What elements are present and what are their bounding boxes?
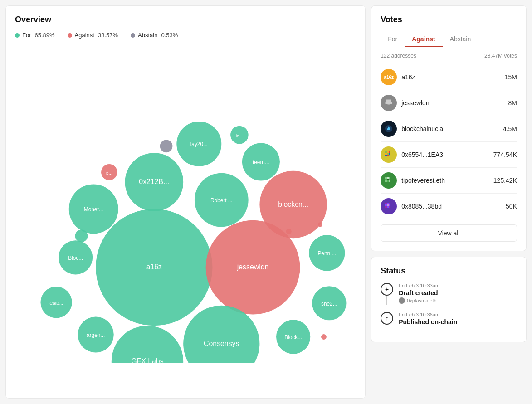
vote-name: tipofeverest.eth xyxy=(401,177,493,184)
svg-point-49 xyxy=(321,334,327,340)
svg-rect-79 xyxy=(387,204,389,206)
overview-panel: Overview For 65.89% Against 33.57% Absta… xyxy=(5,5,366,399)
svg-rect-83 xyxy=(389,206,390,208)
legend-dot xyxy=(15,33,20,38)
svg-rect-75 xyxy=(385,203,387,204)
svg-text:blockcn...: blockcn... xyxy=(278,200,308,208)
status-date: Fri Feb 3 10:33am xyxy=(399,283,517,288)
vote-name: 0x6554...1EA3 xyxy=(401,151,493,158)
votes-meta: 122 addresses 28.47M votes xyxy=(381,53,517,59)
svg-text:p...: p... xyxy=(106,170,112,175)
status-timeline: +Fri Feb 3 10:33amDraft created0xplasma.… xyxy=(381,283,517,333)
svg-rect-63 xyxy=(385,155,387,156)
svg-rect-74 xyxy=(389,180,390,182)
legend-dot xyxy=(131,33,135,38)
status-event: Draft created xyxy=(399,289,517,297)
status-sub-avatar xyxy=(399,297,405,304)
legend-label: For xyxy=(22,32,31,39)
votes-card: Votes For Against Abstain 122 addresses … xyxy=(371,5,527,251)
svg-text:argen...: argen... xyxy=(87,332,105,338)
legend-pct: 65.89% xyxy=(35,32,55,39)
status-icon: + xyxy=(381,283,393,296)
svg-point-43 xyxy=(75,229,88,242)
vote-amount: 15M xyxy=(505,73,517,81)
legend: For 65.89% Against 33.57% Abstain 0.53% xyxy=(15,32,356,39)
svg-text:lay20...: lay20... xyxy=(190,141,208,147)
status-item: +Fri Feb 3 10:33amDraft created0xplasma.… xyxy=(381,283,517,312)
vote-name: blockchainucla xyxy=(401,125,503,132)
svg-rect-59 xyxy=(389,151,390,153)
vote-avatar xyxy=(381,95,397,111)
legend-item: Abstain 0.53% xyxy=(131,32,178,39)
svg-point-38 xyxy=(160,140,173,152)
tab-abstain[interactable]: Abstain xyxy=(443,32,478,47)
svg-rect-60 xyxy=(385,153,387,155)
vote-row: jessewldn8M xyxy=(381,90,517,116)
svg-text:in...: in... xyxy=(236,133,243,138)
status-icon-col: + xyxy=(381,283,393,305)
vote-amount: 50K xyxy=(506,203,517,210)
view-all-button[interactable]: View all xyxy=(381,224,517,242)
svg-rect-77 xyxy=(389,203,390,204)
svg-text:Block...: Block... xyxy=(284,334,302,341)
svg-rect-57 xyxy=(385,151,387,153)
svg-rect-78 xyxy=(385,204,387,206)
svg-rect-54 xyxy=(388,104,390,106)
right-panel: Votes For Against Abstain 122 addresses … xyxy=(371,5,527,399)
vote-rows: a16za16z15Mjessewldn8Mblockchainucla4.5M… xyxy=(381,64,517,219)
vote-row: 0x6554...1EA3774.54K xyxy=(381,142,517,168)
vote-amount: 125.42K xyxy=(493,177,517,184)
votes-tabs: For Against Abstain xyxy=(381,32,517,47)
vote-row: 0x8085...38bd50K xyxy=(381,194,517,219)
votes-addresses: 122 addresses xyxy=(381,53,416,59)
svg-rect-73 xyxy=(387,180,389,182)
svg-rect-70 xyxy=(387,179,389,180)
svg-rect-61 xyxy=(387,153,389,155)
svg-text:CalB...: CalB... xyxy=(49,301,63,306)
svg-text:jessewldn: jessewldn xyxy=(237,263,269,271)
status-sub: 0xplasma.eth xyxy=(399,297,517,304)
legend-label: Against xyxy=(75,32,94,39)
legend-item: For 65.89% xyxy=(15,32,55,39)
svg-text:Bloc...: Bloc... xyxy=(68,255,83,261)
bubble-chart: a16zjessewldnConsensysGFX Labsblockcn...… xyxy=(15,46,356,363)
overview-title: Overview xyxy=(15,15,356,24)
vote-avatar xyxy=(381,146,397,163)
vote-name: jessewldn xyxy=(401,99,508,107)
vote-name: 0x8085...38bd xyxy=(401,203,506,210)
vote-name: a16z xyxy=(401,73,505,81)
legend-pct: 0.53% xyxy=(161,32,178,39)
svg-point-41 xyxy=(286,229,292,234)
svg-rect-81 xyxy=(385,206,387,208)
tab-against[interactable]: Against xyxy=(405,32,442,47)
svg-text:a16z: a16z xyxy=(146,263,162,271)
votes-count: 28.47M votes xyxy=(484,53,517,59)
svg-text:0x212B...: 0x212B... xyxy=(139,178,169,185)
status-item: ↑Fri Feb 3 10:36amPublished on-chain xyxy=(381,312,517,333)
status-content: Fri Feb 3 10:36amPublished on-chain xyxy=(399,312,517,326)
bubble-svg: a16zjessewldnConsensysGFX Labsblockcn...… xyxy=(15,46,356,363)
legend-pct: 33.57% xyxy=(98,32,118,39)
svg-rect-69 xyxy=(385,179,387,180)
vote-avatar: a16z xyxy=(381,69,397,85)
vote-row: tipofeverest.eth125.42K xyxy=(381,168,517,194)
svg-text:Robert ...: Robert ... xyxy=(210,197,233,204)
svg-text:teern...: teern... xyxy=(253,159,269,165)
status-content: Fri Feb 3 10:33amDraft created0xplasma.e… xyxy=(399,283,517,305)
svg-rect-66 xyxy=(385,177,387,179)
svg-rect-76 xyxy=(387,203,389,204)
svg-rect-52 xyxy=(386,102,387,104)
vote-row: blockchainucla4.5M xyxy=(381,116,517,142)
svg-rect-62 xyxy=(389,153,390,155)
legend-item: Against 33.57% xyxy=(68,32,118,39)
vote-row: a16za16z15M xyxy=(381,64,517,90)
svg-text:Monet...: Monet... xyxy=(84,206,103,213)
svg-rect-67 xyxy=(387,177,389,179)
votes-title: Votes xyxy=(381,15,517,24)
vote-amount: 4.5M xyxy=(503,125,517,132)
svg-point-42 xyxy=(318,223,322,227)
svg-rect-72 xyxy=(385,180,387,182)
status-line xyxy=(386,296,387,305)
status-title: Status xyxy=(381,266,517,276)
tab-for[interactable]: For xyxy=(381,32,405,47)
